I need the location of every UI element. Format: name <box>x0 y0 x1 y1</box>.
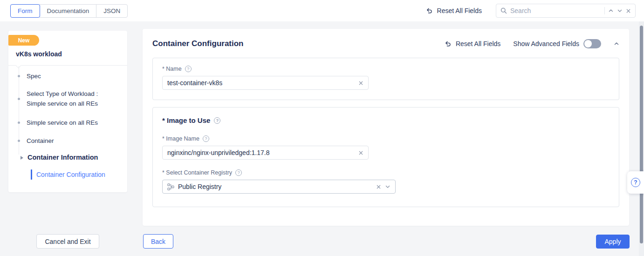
image-name-label-row: * Image Name ? <box>162 135 610 142</box>
active-item-indicator <box>31 169 32 180</box>
sidebar-item-workload-type[interactable]: Select Type of Workload : Simple service… <box>27 89 115 108</box>
collapse-panel-icon[interactable] <box>614 41 619 47</box>
cancel-and-exit-button[interactable]: Cancel and Exit <box>36 234 99 249</box>
image-name-input-value: nginxinc/nginx-unpriviledged:1.17.8 <box>167 149 355 156</box>
sidebar-item-simple-service[interactable]: Simple service on all REs <box>27 118 115 128</box>
name-input[interactable]: test-container-vk8s <box>162 76 369 90</box>
image-to-use-card: * Image to Use ? * Image Name ? nginxinc… <box>152 107 619 207</box>
registry-label-row: * Select Container Registry ? <box>162 169 610 176</box>
tree-bullet <box>18 98 20 100</box>
apply-button[interactable]: Apply <box>596 235 630 249</box>
clear-name-icon[interactable] <box>358 81 363 86</box>
image-name-label: * Image Name <box>162 135 199 142</box>
panel-reset-all-fields-button[interactable]: Reset All Fields <box>444 40 500 47</box>
reset-all-fields-label: Reset All Fields <box>437 7 482 14</box>
help-flap: ? <box>627 171 644 194</box>
tab-json[interactable]: JSON <box>96 4 128 18</box>
registry-select[interactable]: Public Registry <box>162 180 396 194</box>
app-screen: Form Documentation JSON Reset All Fields <box>0 0 644 256</box>
tree-bullet <box>18 140 20 142</box>
image-to-use-title-row: * Image to Use ? <box>162 116 610 124</box>
tab-documentation[interactable]: Documentation <box>40 4 97 18</box>
scrollbar-thumb[interactable] <box>640 26 643 243</box>
workload-nav-sidebar: New vK8s workload Spec Select Type of Wo… <box>8 31 127 192</box>
image-to-use-title: * Image to Use <box>162 116 210 124</box>
image-name-input[interactable]: nginxinc/nginx-unpriviledged:1.17.8 <box>162 146 369 160</box>
expand-triangle-icon <box>21 156 23 160</box>
sidebar-item-container-information[interactable]: Container Information <box>27 153 121 162</box>
new-badge: New <box>8 35 39 46</box>
name-field-label-row: * Name ? <box>162 66 610 72</box>
container-configuration-panel: Container Configuration Reset All Fields… <box>143 29 629 226</box>
registry-label: * Select Container Registry <box>162 169 232 176</box>
advanced-fields-control: Show Advanced Fields <box>513 39 601 48</box>
search-prev-icon[interactable] <box>608 8 614 13</box>
topbar-right-cluster: Reset All Fields <box>425 4 636 18</box>
search-close-icon[interactable] <box>626 8 631 13</box>
show-advanced-fields-label: Show Advanced Fields <box>513 40 579 47</box>
back-button[interactable]: Back <box>143 234 173 249</box>
search-divider <box>604 7 605 14</box>
help-icon[interactable]: ? <box>631 178 640 187</box>
top-toolbar: Form Documentation JSON Reset All Fields <box>0 0 644 21</box>
registry-nodes-icon <box>167 183 174 190</box>
panel-header: Container Configuration Reset All Fields… <box>152 29 619 48</box>
search-box <box>496 4 636 18</box>
panel-title: Container Configuration <box>152 39 243 48</box>
workload-title: vK8s workload <box>16 50 62 58</box>
show-advanced-fields-toggle[interactable] <box>583 39 601 48</box>
help-tooltip-icon[interactable]: ? <box>203 135 209 142</box>
form-section-tree: Spec Select Type of Workload : Simple se… <box>8 65 127 192</box>
help-tooltip-icon[interactable]: ? <box>185 66 192 72</box>
search-next-icon[interactable] <box>617 8 623 13</box>
tree-bullet <box>18 121 20 124</box>
name-field-card: * Name ? test-container-vk8s <box>152 58 619 100</box>
undo-icon <box>425 7 433 14</box>
registry-select-value: Public Registry <box>178 183 372 190</box>
view-tabs: Form Documentation JSON <box>10 4 128 18</box>
registry-dropdown-chevron-icon[interactable] <box>385 184 391 189</box>
clear-registry-icon[interactable] <box>376 184 381 189</box>
tab-form[interactable]: Form <box>10 4 40 18</box>
clear-image-name-icon[interactable] <box>358 150 363 155</box>
tree-bullet <box>18 75 20 77</box>
sidebar-item-spec[interactable]: Spec <box>27 71 115 81</box>
undo-icon <box>444 40 452 47</box>
help-tooltip-icon[interactable]: ? <box>214 117 220 124</box>
sidebar-item-container-configuration[interactable]: Container Configuration <box>36 171 105 178</box>
help-tooltip-icon[interactable]: ? <box>235 169 242 176</box>
reset-all-fields-button[interactable]: Reset All Fields <box>425 7 482 14</box>
name-label: * Name <box>162 66 182 72</box>
panel-reset-label: Reset All Fields <box>456 40 500 47</box>
panel-header-actions: Reset All Fields Show Advanced Fields <box>444 39 619 48</box>
toggle-knob <box>584 40 592 47</box>
name-input-value: test-container-vk8s <box>167 79 355 87</box>
search-input[interactable] <box>510 7 601 14</box>
sidebar-item-container[interactable]: Container <box>27 136 115 146</box>
search-icon <box>500 7 507 14</box>
